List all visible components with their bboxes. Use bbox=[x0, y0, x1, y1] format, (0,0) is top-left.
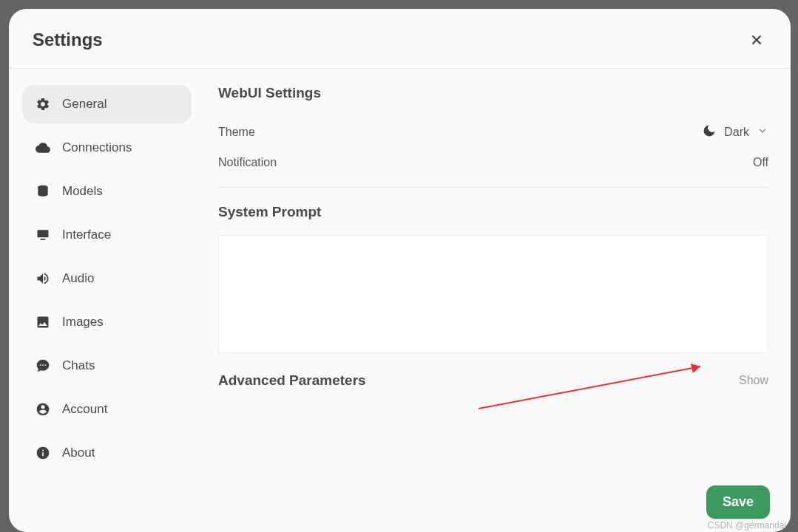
theme-value: Dark bbox=[724, 126, 749, 139]
sidebar-item-label: Images bbox=[62, 315, 104, 330]
advanced-row: Advanced Parameters Show bbox=[218, 372, 768, 389]
close-button[interactable] bbox=[746, 30, 767, 50]
account-icon bbox=[35, 401, 51, 417]
sidebar-item-label: Account bbox=[62, 402, 107, 417]
sidebar-item-images[interactable]: Images bbox=[22, 303, 192, 341]
settings-modal: Settings General Connections bbox=[9, 9, 791, 532]
sidebar-item-connections[interactable]: Connections bbox=[22, 129, 192, 167]
database-icon bbox=[35, 183, 51, 200]
webui-settings-title: WebUI Settings bbox=[218, 85, 768, 101]
divider bbox=[218, 187, 768, 188]
sidebar-item-label: Interface bbox=[62, 228, 111, 242]
sidebar-item-label: Chats bbox=[62, 358, 95, 373]
save-button[interactable]: Save bbox=[706, 485, 770, 519]
monitor-icon bbox=[35, 227, 51, 243]
sidebar-item-label: General bbox=[62, 97, 106, 112]
modal-title: Settings bbox=[33, 30, 103, 50]
modal-header: Settings bbox=[9, 9, 791, 69]
notification-row: Notification Off bbox=[218, 149, 768, 177]
svg-marker-2 bbox=[691, 364, 700, 373]
sidebar-item-models[interactable]: Models bbox=[22, 172, 192, 211]
speaker-icon bbox=[35, 270, 51, 287]
sidebar-item-interface[interactable]: Interface bbox=[22, 216, 192, 254]
modal-body: General Connections Models Interface bbox=[9, 69, 791, 532]
moon-icon bbox=[702, 123, 717, 141]
sidebar-item-audio[interactable]: Audio bbox=[22, 259, 192, 298]
watermark: CSDN @germandai bbox=[708, 520, 786, 531]
sidebar-item-general[interactable]: General bbox=[22, 85, 192, 123]
system-prompt-title: System Prompt bbox=[218, 204, 768, 220]
sidebar-item-chats[interactable]: Chats bbox=[22, 347, 192, 385]
settings-sidebar: General Connections Models Interface bbox=[9, 69, 205, 532]
theme-label: Theme bbox=[218, 126, 255, 139]
notification-label: Notification bbox=[218, 156, 277, 169]
info-icon bbox=[35, 445, 51, 461]
sidebar-item-label: Models bbox=[62, 184, 103, 199]
theme-row: Theme Dark bbox=[218, 116, 768, 149]
advanced-show-toggle[interactable]: Show bbox=[739, 374, 768, 387]
gear-icon bbox=[35, 96, 51, 112]
sidebar-item-about[interactable]: About bbox=[22, 434, 192, 472]
chat-icon bbox=[35, 358, 51, 374]
sidebar-item-account[interactable]: Account bbox=[22, 390, 192, 429]
sidebar-item-label: About bbox=[62, 446, 95, 460]
image-icon bbox=[35, 314, 51, 330]
system-prompt-input[interactable] bbox=[218, 235, 768, 353]
chevron-down-icon bbox=[757, 125, 768, 140]
advanced-parameters-title: Advanced Parameters bbox=[218, 372, 366, 389]
sidebar-item-label: Audio bbox=[62, 271, 94, 286]
cloud-icon bbox=[35, 140, 51, 156]
settings-content: WebUI Settings Theme Dark Notification O… bbox=[205, 69, 791, 532]
sidebar-item-label: Connections bbox=[62, 140, 132, 155]
theme-selector[interactable]: Dark bbox=[702, 123, 768, 141]
notification-toggle[interactable]: Off bbox=[753, 156, 768, 169]
